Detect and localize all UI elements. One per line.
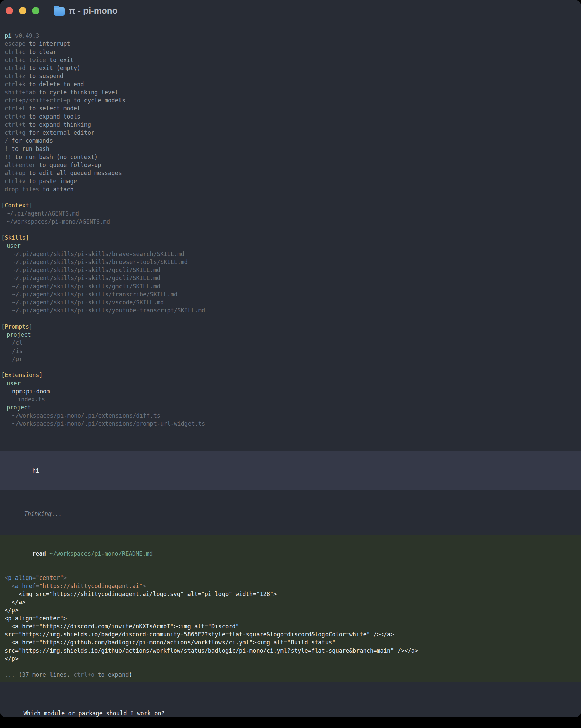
text-segment: = [32,574,36,581]
terminal-line: <p align="center"> [5,614,576,622]
terminal-line: user [1,379,580,387]
text-segment: ~/workspaces/pi-mono/AGENTS.md [7,218,110,225]
text-segment: shift+tab [5,89,36,96]
text-segment: ctrl+l [5,105,25,112]
assistant-message-text: Which module or package should I work on… [23,710,165,717]
terminal-line: hi [5,459,576,483]
text-segment: ctrl+v [5,178,25,184]
terminal-line: ~/workspaces/pi-mono/.pi/extensions/diff… [1,412,580,420]
text-segment: to interrupt [25,41,70,47]
text-segment: a [15,582,19,589]
text-segment: href [22,582,36,589]
text-segment: / [5,137,8,144]
terminal-line: alt+up to edit all queued messages [5,169,576,177]
text-segment: alt+enter [5,162,36,168]
terminal-line: ctrl+l to select model [5,104,576,112]
terminal-line: alt+enter to queue follow-up [5,161,576,169]
text-segment: "https://shittycodingagent.ai" [39,582,142,589]
text-segment: "center" [36,574,63,581]
terminal-line: ctrl+t to expand thinking [5,121,576,129]
spacer [46,550,50,557]
terminal-line: ctrl+v to paste image [5,177,576,185]
terminal-line: ~/.pi/agent/AGENTS.md [1,209,580,217]
terminal-line: / for commands [5,137,576,145]
section-extensions: [Extensions]usernpm:pi-doomindex.tsproje… [1,371,580,427]
text-segment: drop files [5,186,39,192]
blank-line [5,566,576,574]
terminal-line: <a href="https://discord.com/invite/nKXT… [5,622,576,630]
text-segment: alt+up [5,170,25,177]
text-segment: src="https://img.shields.io/badge/discor… [5,631,394,638]
text-segment: to delete to end [25,81,84,87]
terminal-line: ~/.pi/agent/skills/pi-skills/gdcli/SKILL… [1,274,580,282]
terminal-line: [Prompts] [1,322,580,331]
text-segment: </a> [5,599,25,605]
section-prompts: [Prompts]project/cl/is/pr [1,322,580,363]
terminal-line: npm:pi-doom [1,387,580,395]
terminal-line: <a href="https://shittycodingagent.ai"> [5,582,576,590]
text-segment: ~/.pi/agent/skills/pi-skills/browser-too… [12,259,188,265]
text-segment: ~/.pi/agent/skills/pi-skills/brave-searc… [12,251,184,257]
text-segment: escape [5,41,25,47]
text-segment: /is [12,347,23,354]
terminal-line: ~/.pi/agent/skills/pi-skills/browser-too… [1,258,580,266]
text-segment: ctrl+t [5,121,25,128]
tool-name: read [32,550,46,557]
text-segment: ~/.pi/agent/skills/pi-skills/youtube-tra… [12,307,205,314]
text-segment: ~/.pi/agent/skills/pi-skills/vscode/SKIL… [12,299,164,306]
terminal-line: escape to interrupt [5,40,576,48]
text-segment: ctrl+g [5,129,25,136]
terminal-line: ctrl+k to delete to end [5,80,576,88]
section-context: [Context]~/.pi/agent/AGENTS.md~/workspac… [1,201,580,226]
text-segment: to run bash (no context) [11,154,98,160]
terminal-line: project [1,404,580,412]
text-segment: index.ts [18,396,45,403]
terminal-line: ~/.pi/agent/skills/pi-skills/transcribe/… [1,290,580,298]
text-segment: = [36,582,39,589]
text-segment: <a href="https://github.com/badlogic/pi-… [5,639,336,646]
terminal-line: ~/workspaces/pi-mono/AGENTS.md [1,217,580,226]
terminal-line: ~/.pi/agent/skills/pi-skills/vscode/SKIL… [1,298,580,306]
text-segment: to exit (empty) [25,64,80,71]
terminal-content: pi v0.49.3escape to interruptctrl+c to c… [0,32,581,717]
text-segment: to expand thinking [25,121,90,128]
text-segment: to expand [94,671,129,678]
text-segment: <img src="https://shittycodingagent.ai/l… [5,591,277,597]
tool-call-read: read ~/workspaces/pi-mono/README.md <p a… [0,535,581,682]
terminal-line: ctrl+d to exit (empty) [5,64,576,72]
text-segment: [Extensions] [1,372,43,379]
terminal-line: ~/.pi/agent/skills/pi-skills/brave-searc… [1,250,580,258]
text-segment: /pr [12,356,23,362]
zoom-button[interactable] [32,7,39,15]
text-segment: p [8,574,11,581]
user-message: hi [0,451,581,490]
thinking-indicator: Thinking... [0,502,581,526]
tool-arg: ~/workspaces/pi-mono/README.md [50,550,153,557]
titlebar: π - pi-mono [0,0,581,22]
section-skills: [Skills]user~/.pi/agent/skills/pi-skills… [1,234,580,314]
text-segment: </p> [5,607,19,614]
terminal-line: src="https://img.shields.io/badge/discor… [5,630,576,639]
text-segment [19,582,22,589]
close-button[interactable] [6,7,13,15]
text-segment: ctrl+c twice [5,57,46,63]
assistant-message: Which module or package should I work on… [0,701,581,717]
tool-output-code: <p align="center"> <a href="https://shit… [5,574,576,663]
window-title: π - pi-mono [69,6,118,16]
terminal-line: ~/.pi/agent/skills/pi-skills/gmcli/SKILL… [1,282,580,290]
text-segment: src="https://img.shields.io/github/actio… [5,647,418,654]
text-segment: to queue follow-up [36,162,101,168]
terminal-line: ctrl+c to clear [5,48,576,56]
terminal-line: <a href="https://github.com/badlogic/pi-… [5,639,576,647]
terminal-line: <p align="center"> [5,574,576,582]
folder-icon [54,7,64,16]
terminal-line: <img src="https://shittycodingagent.ai/l… [5,590,576,598]
text-segment: /cl [12,339,23,346]
text-segment: </p> [5,655,19,662]
text-segment: to cycle models [70,97,125,104]
text-segment: to cycle thinking level [36,89,118,96]
text-segment: ~/.pi/agent/skills/pi-skills/gdcli/SKILL… [12,275,160,282]
truncation-notice[interactable]: ... (37 more lines, ctrl+o to expand) [5,671,576,679]
minimize-button[interactable] [19,7,26,15]
text-segment [5,582,11,589]
